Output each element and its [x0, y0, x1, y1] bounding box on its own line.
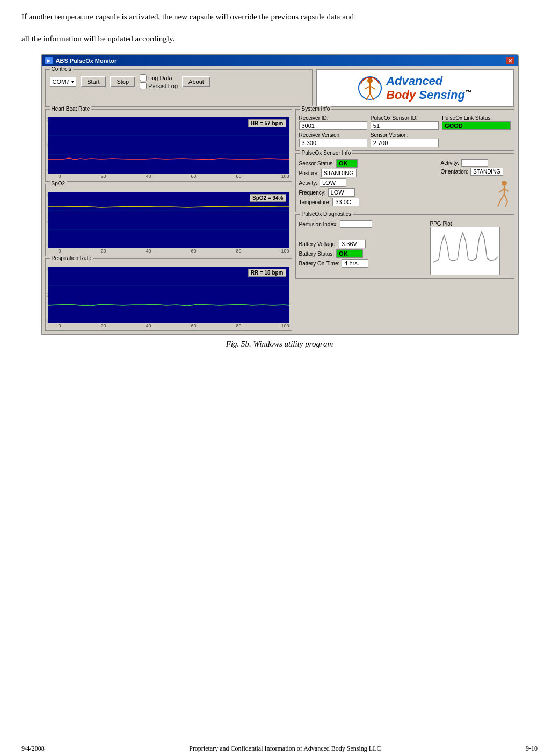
activity-label: Activity: — [299, 180, 317, 186]
logo-section: Advanced Body Sensing™ — [316, 69, 514, 107]
system-info-section: System Info Receiver ID: 3001 PulseOx Se… — [295, 109, 514, 151]
controls-row: COM7 ▼ Start Stop Log Data — [50, 74, 308, 89]
respiration-section: Respiration Rate 40 20 0 RR = 18 bpm — [45, 258, 292, 331]
walking-figure-container — [441, 179, 511, 208]
app-body: Controls COM7 ▼ Start Stop Log Data — [42, 66, 518, 334]
controls-section: Controls COM7 ▼ Start Stop Log Data — [45, 69, 313, 107]
intro-text-line2: all the information will be updated acco… — [21, 33, 538, 45]
respiration-chart-wrapper: RR = 18 bpm 0 — [48, 267, 289, 328]
activity-field: Activity: LOW — [299, 178, 437, 187]
footer-page: 9-10 — [526, 745, 538, 753]
heartbeat-chart-canvas: HR = 57 bpm — [48, 117, 289, 174]
persist-log-row: Persist Log — [140, 82, 178, 89]
spo2-x-100: 100 — [281, 248, 289, 254]
sensor-version-label: Sensor Version: — [371, 132, 439, 138]
hr-x-80: 80 — [236, 174, 241, 179]
footer: 9/4/2008 Proprietary and Confidential In… — [0, 741, 559, 756]
receiver-id-field: Receiver ID: 3001 — [299, 115, 367, 130]
ppg-plot-label: PPG Plot — [430, 221, 452, 227]
hr-x-0: 0 — [59, 174, 61, 179]
battery-voltage-label: Battery Voltage: — [299, 241, 337, 247]
orientation-value: STANDING — [470, 168, 503, 176]
orientation-field: Orientation: STANDING — [441, 168, 511, 176]
start-button[interactable]: Start — [81, 76, 106, 87]
diagnostics-body: Perfusion Index: Battery Voltage: 3.36V … — [299, 220, 511, 275]
sensor-status-label: Sensor Status: — [299, 161, 335, 167]
diagnostics-left: Perfusion Index: Battery Voltage: 3.36V … — [299, 220, 427, 275]
sensor-status-field: Sensor Status: OK — [299, 159, 437, 168]
system-info-label: System Info — [300, 106, 332, 112]
posture-field: Posture: STANDING — [299, 169, 437, 177]
spo2-chart-wrapper: SpO2 = 94% 0 — [48, 192, 289, 254]
temperature-value: 33.0C — [332, 198, 359, 206]
frequency-field: Frequency: LOW — [299, 188, 437, 197]
svg-line-3 — [365, 86, 370, 89]
rr-x-80: 80 — [236, 323, 241, 328]
top-row: Controls COM7 ▼ Start Stop Log Data — [45, 69, 514, 107]
intro-text-line1: If another temperature capsule is activa… — [21, 11, 538, 23]
activity-right-value — [461, 159, 488, 167]
heartbeat-badge: HR = 57 bpm — [248, 119, 286, 127]
svg-point-13 — [502, 181, 507, 186]
receiver-version-value: 3.300 — [299, 139, 367, 147]
logo-body-sensing: Body Sensing™ — [386, 88, 471, 102]
rr-x-60: 60 — [191, 323, 196, 328]
temperature-field: Temperature: 33.0C — [299, 198, 437, 206]
battery-voltage-field: Battery Voltage: 3.36V — [299, 240, 427, 248]
footer-center: Proprietary and Confidential Information… — [189, 745, 381, 753]
log-data-checkbox[interactable] — [140, 74, 147, 81]
about-button[interactable]: About — [182, 76, 210, 87]
posture-value: STANDING — [321, 169, 357, 177]
battery-status-value: OK — [336, 249, 363, 258]
svg-line-18 — [504, 194, 507, 201]
temperature-label: Temperature: — [299, 199, 331, 205]
respiration-label: Respiration Rate — [50, 255, 93, 261]
activity-right-label: Activity: — [441, 160, 459, 166]
spo2-x-40: 40 — [146, 248, 151, 254]
dropdown-arrow[interactable]: ▼ — [70, 80, 75, 84]
left-panels: Heart Beat Rate 200 100 0 HR = 57 bpm — [45, 109, 292, 331]
posture-label: Posture: — [299, 170, 319, 176]
right-panels: System Info Receiver ID: 3001 PulseOx Se… — [295, 109, 514, 331]
pulseox-sensor-id-field: PulseOx Sensor ID: 51 — [371, 115, 439, 130]
hr-x-100: 100 — [281, 174, 289, 179]
receiver-id-label: Receiver ID: — [299, 115, 367, 121]
perfusion-value — [340, 220, 372, 228]
pulseox-sensor-id-value: 51 — [371, 121, 439, 130]
pulseox-link-label: PulseOx Link Status: — [442, 115, 510, 121]
app-window: ▶ ABS PulseOx Monitor ✕ Controls COM7 ▼ … — [41, 54, 519, 335]
spo2-x-0: 0 — [59, 248, 61, 254]
svg-line-4 — [370, 86, 375, 89]
spo2-x-80: 80 — [236, 248, 241, 254]
hr-x-20: 20 — [100, 174, 106, 179]
persist-log-checkbox[interactable] — [140, 82, 147, 89]
port-select[interactable]: COM7 ▼ — [50, 77, 77, 87]
svg-line-19 — [498, 201, 500, 207]
battery-voltage-value: 3.36V — [339, 240, 366, 248]
rr-x-40: 40 — [146, 323, 151, 328]
heartbeat-chart-row: 200 100 0 HR = 57 bpm — [48, 117, 289, 179]
persist-log-label: Persist Log — [148, 83, 178, 89]
system-info-grid: Receiver ID: 3001 PulseOx Sensor ID: 51 … — [299, 115, 511, 147]
sensor-version-value: 2.700 — [371, 139, 439, 147]
rr-x-100: 100 — [281, 323, 289, 328]
title-bar: ▶ ABS PulseOx Monitor ✕ — [42, 55, 518, 66]
respiration-x-axis: 0 20 40 60 80 100 — [48, 323, 289, 328]
battery-ontime-label: Battery On-Time: — [299, 261, 340, 267]
sensor-info-body: Sensor Status: OK Posture: STANDING Acti… — [299, 159, 511, 208]
respiration-chart-row: 40 20 0 RR = 18 bpm — [48, 267, 289, 328]
ppg-plot-svg — [431, 227, 500, 270]
window-title: ABS PulseOx Monitor — [56, 57, 117, 64]
close-button[interactable]: ✕ — [506, 57, 514, 64]
walking-figure-icon — [489, 179, 511, 208]
orientation-label: Orientation: — [441, 169, 469, 175]
stop-button[interactable]: Stop — [110, 76, 135, 87]
perfusion-field: Perfusion Index: — [299, 220, 427, 228]
svg-line-15 — [499, 189, 504, 192]
spo2-x-60: 60 — [191, 248, 196, 254]
respiration-badge: RR = 18 bpm — [248, 269, 286, 277]
spo2-chart-canvas: SpO2 = 94% — [48, 192, 289, 248]
spacer — [299, 229, 427, 240]
svg-line-20 — [505, 201, 507, 207]
sensor-version-field: Sensor Version: 2.700 — [371, 132, 439, 147]
